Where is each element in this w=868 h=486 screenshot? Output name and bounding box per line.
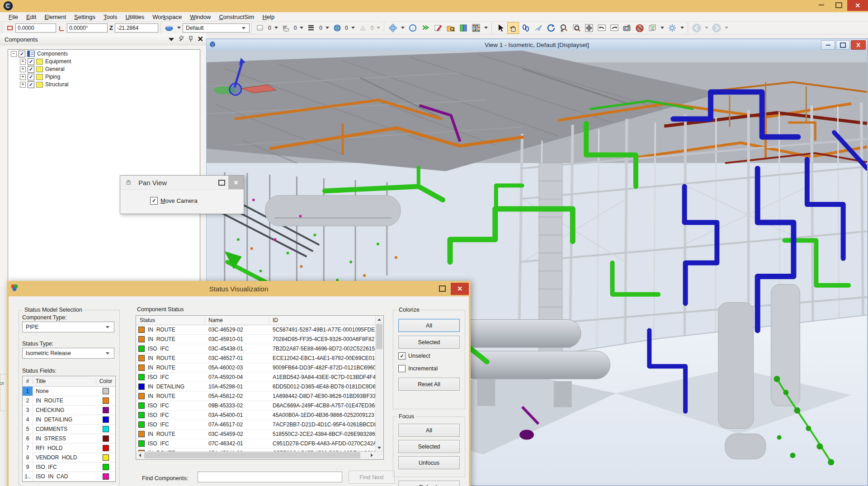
accudraw-z-input[interactable] — [115, 23, 158, 33]
fit-view-icon[interactable] — [583, 22, 595, 34]
nav-back-icon[interactable] — [691, 22, 703, 34]
line-style-icon[interactable] — [280, 22, 292, 34]
rotate-view-icon[interactable] — [545, 22, 557, 34]
color-globe-icon[interactable] — [331, 22, 343, 34]
tree-item-row[interactable]: + Piping — [20, 73, 200, 80]
line-weight-dropdown-arrow[interactable] — [326, 27, 329, 29]
color-table-icon[interactable] — [470, 22, 482, 34]
status-field-row[interactable]: 2 IN ROUTE — [23, 396, 115, 406]
accudraw-compass-icon[interactable] — [163, 22, 175, 34]
accudraw-angle-input[interactable] — [67, 23, 108, 33]
colorize-all-button[interactable]: All — [398, 319, 460, 332]
unfocus-button[interactable]: Unfocus — [398, 456, 460, 469]
component-status-row[interactable]: ISO IFC 03C-45438-01 7B2D2A87-5E88-4696-… — [136, 344, 383, 354]
focus-selected-button[interactable]: Selected — [398, 440, 460, 453]
color-table-dropdown-arrow[interactable] — [484, 27, 488, 29]
lock-distance-icon[interactable] — [5, 23, 14, 33]
panel-close-icon[interactable]: ✕ — [198, 36, 203, 43]
status-field-row[interactable]: 1.. ISO IN CAD — [23, 472, 115, 481]
unselect-checkbox[interactable] — [398, 352, 406, 360]
pan-view-titlebar[interactable]: Pan View ✕ — [120, 176, 244, 190]
component-status-row[interactable]: ISO IFC 07A-46517-02 7ACF2BB7-D21D-4D1C-… — [136, 420, 383, 430]
accudraw-dropdown-arrow[interactable] — [177, 27, 181, 29]
standards-checker-icon[interactable] — [458, 22, 469, 34]
status-field-row[interactable]: 9 ISO IFC — [23, 463, 115, 472]
scroll-right-icon[interactable] — [368, 452, 376, 459]
expand-expander-icon[interactable]: + — [20, 66, 26, 72]
view-restore-button[interactable] — [836, 40, 850, 50]
nav-forward-dropdown-arrow[interactable] — [725, 27, 728, 29]
component-status-row[interactable]: ISO IFC 07A-45920-04 A1EBD542-9A84-43EE-… — [136, 373, 383, 382]
pan-view-maximize-button[interactable] — [215, 180, 228, 186]
menu-item[interactable]: Edit — [22, 12, 40, 22]
status-viz-maximize-button[interactable] — [435, 285, 449, 292]
component-status-row[interactable]: IN ROUTE 03C-45459-02 518550C2-2CE2-4384… — [136, 430, 383, 439]
component-status-row[interactable]: ISO IFC 03A-45400-01 45A00B0A-1ED0-4B36-… — [136, 411, 383, 420]
menu-item[interactable]: Tools — [99, 12, 121, 22]
component-type-combobox[interactable]: PIPE — [22, 322, 114, 332]
nav-forward-icon[interactable] — [711, 22, 722, 34]
status-field-row[interactable]: 5 COMMENTS — [23, 425, 115, 434]
pan-view-tool-icon[interactable] — [507, 22, 519, 34]
status-field-row[interactable]: 4 IN DETAILING — [23, 415, 115, 425]
tree-root-checkbox[interactable] — [19, 51, 25, 57]
edit-properties-icon[interactable] — [432, 22, 444, 34]
zoom-in-icon[interactable] — [558, 22, 570, 34]
window-close-button[interactable]: ✕ — [847, 0, 868, 11]
menu-item[interactable]: Element — [40, 12, 70, 22]
color-dropdown-arrow[interactable] — [351, 27, 355, 29]
line-style-dropdown-arrow[interactable] — [300, 27, 303, 29]
component-status-row[interactable]: ISO IFC 07C-46342-01 C951D278-CDFB-4A63-… — [136, 439, 383, 449]
lock-angle-icon[interactable] — [57, 23, 66, 33]
tree-item-checkbox[interactable] — [28, 74, 34, 80]
refresh-button[interactable]: Refresh — [398, 481, 460, 486]
find-next-button[interactable]: Find Next — [349, 471, 395, 484]
incremental-checkbox[interactable] — [398, 365, 406, 372]
move-camera-checkbox[interactable] — [150, 197, 158, 205]
tree-item-row[interactable]: + General — [20, 65, 200, 73]
tree-item-checkbox[interactable] — [28, 66, 34, 73]
expand-expander-icon[interactable]: + — [20, 82, 26, 88]
menu-item[interactable]: ConstructSim — [215, 12, 258, 22]
element-info-icon[interactable]: i — [407, 22, 419, 34]
status-field-row[interactable]: 7 RFI HOLD — [23, 444, 115, 453]
copy-view-dropdown-arrow[interactable] — [660, 27, 664, 29]
active-model-combobox[interactable]: Default — [183, 23, 250, 33]
scroll-left-icon[interactable] — [136, 452, 144, 459]
pin-icon[interactable] — [189, 35, 193, 43]
status-type-combobox[interactable]: Isometric Release — [22, 348, 114, 359]
window-minimize-button[interactable] — [813, 0, 830, 10]
status-field-row[interactable]: 3 CHECKING — [23, 406, 115, 415]
view-previous-icon[interactable] — [596, 22, 608, 34]
menu-item[interactable]: Workspace — [148, 12, 186, 22]
accudraw-distance-input[interactable] — [15, 23, 56, 33]
nav-back-dropdown-arrow[interactable] — [705, 27, 708, 29]
active-level-icon[interactable] — [255, 22, 266, 34]
panel-menu-arrow-icon[interactable] — [169, 38, 174, 41]
element-selection-icon[interactable] — [495, 22, 506, 34]
transparency-dropdown-arrow[interactable] — [377, 27, 380, 29]
scroll-up-icon[interactable] — [376, 316, 383, 323]
camera-off-icon[interactable] — [634, 22, 646, 34]
vertical-scrollbar[interactable] — [375, 316, 383, 452]
component-status-row[interactable]: IN ROUTE 03C-46529-02 5C587491-5287-49B1… — [136, 325, 383, 335]
tree-item-row[interactable]: + Equipment — [20, 58, 200, 65]
component-status-row[interactable]: ISO IFC 09B-45333-02 D6AC669A-249F-4CB8-… — [136, 401, 383, 411]
component-status-row[interactable]: IN DETAILING 10A-45298-01 6DD5D012-D365-… — [136, 382, 383, 392]
expand-expander-icon[interactable]: + — [20, 74, 26, 80]
auto-hide-pin-icon[interactable] — [179, 35, 184, 43]
menu-item[interactable]: File — [5, 12, 22, 22]
reset-all-button[interactable]: Reset All — [398, 378, 460, 391]
attributes-dropdown-arrow[interactable] — [401, 27, 405, 29]
component-status-row[interactable]: IN ROUTE 05A-45812-02 1A698442-D8D7-4E90… — [136, 392, 383, 401]
copy-view-icon[interactable] — [646, 22, 658, 34]
find-components-input[interactable] — [198, 472, 342, 482]
attributes-gear-icon[interactable] — [387, 22, 399, 34]
unselect-row[interactable]: Unselect — [398, 352, 430, 360]
brightness-icon[interactable] — [666, 22, 678, 34]
status-field-row[interactable]: 6 IN STRESS — [23, 434, 115, 444]
menu-item[interactable]: Settings — [70, 12, 99, 22]
view-next-icon[interactable] — [609, 22, 620, 34]
explore-properties-icon[interactable] — [445, 22, 457, 34]
walk-tool-icon[interactable] — [520, 22, 532, 34]
